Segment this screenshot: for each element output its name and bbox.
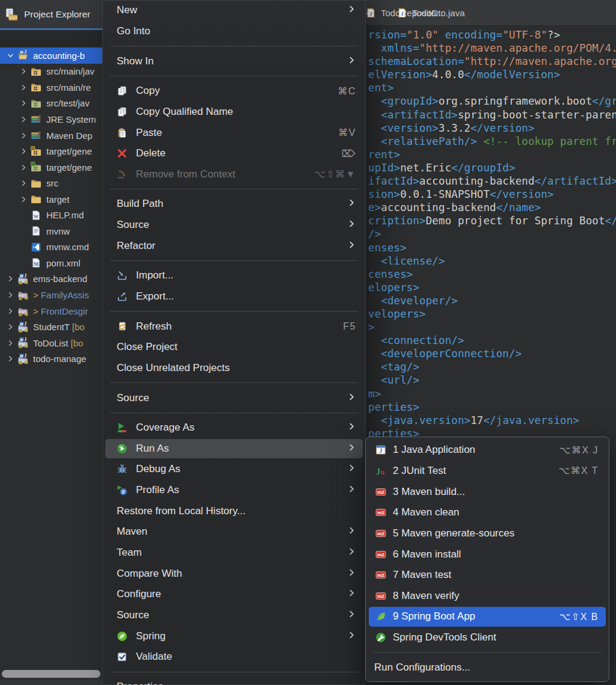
run-as-item-5-maven-generate-sources[interactable]: m25 Maven generate-sources <box>366 523 609 544</box>
context-menu-item-compare-with[interactable]: Compare With <box>102 563 366 584</box>
editor-tab-label: TodoDto.java <box>412 8 465 18</box>
copy-icon <box>114 85 130 96</box>
context-menu-item-paste[interactable]: Paste⌘V <box>102 122 366 143</box>
tree-expander[interactable] <box>17 132 30 140</box>
tree-expander[interactable] <box>17 84 30 91</box>
tree-expander[interactable] <box>4 291 17 299</box>
run-as-item-run-configurations[interactable]: Run Configurations... <box>366 657 609 678</box>
tree-expander[interactable] <box>17 147 30 155</box>
context-menu-item-source[interactable]: Source <box>102 605 366 626</box>
code-line: <relativePath/> <!-- lookup parent from … <box>368 135 616 148</box>
context-menu-item-source[interactable]: Source <box>102 387 366 408</box>
run-as-item-8-maven-verify[interactable]: m28 Maven verify <box>366 585 609 606</box>
context-menu-item-go-into[interactable]: Go Into <box>102 21 366 42</box>
context-menu-item-refactor[interactable]: Refactor <box>102 235 366 256</box>
run-as-submenu: J1 Java Application⌥⌘X JJu2 JUnit Test⌥⌘… <box>365 437 609 682</box>
horizontal-scrollbar-thumb[interactable] <box>2 670 100 678</box>
context-menu-item-maven[interactable]: Maven <box>102 521 366 542</box>
svg-text:M: M <box>20 322 23 325</box>
context-menu-item-run-as[interactable]: Run As <box>102 438 366 459</box>
context-menu-item-copy[interactable]: Copy⌘C <box>102 81 366 102</box>
tree-item-label: src <box>46 178 58 188</box>
context-menu-item-spring[interactable]: Spring <box>102 625 366 647</box>
context-menu-separator <box>110 76 358 76</box>
run-as-item-2-junit-test[interactable]: Ju2 JUnit Test⌥⌘X T <box>366 461 609 482</box>
tree-item-label: ToDoList [bo <box>33 338 83 348</box>
tree-item-label: ems-backend <box>33 274 87 284</box>
context-menu-item-label: Compare With <box>117 568 182 580</box>
context-menu-item-label: Spring <box>136 630 165 642</box>
context-menu-item-build-path[interactable]: Build Path <box>102 194 366 215</box>
context-menu-item-close-project[interactable]: Close Project <box>102 337 366 358</box>
svg-text:M: M <box>20 51 23 54</box>
context-menu-item-configure[interactable]: Configure <box>102 584 366 605</box>
context-menu-item-new[interactable]: New <box>102 0 366 21</box>
paste-icon <box>114 127 130 138</box>
submenu-arrow-icon <box>348 526 356 538</box>
tree-item-label: JRE System <box>46 114 96 124</box>
context-menu-item-refresh[interactable]: RefreshF5 <box>102 316 366 337</box>
code-line: <groupId>org.springframework.boot</group… <box>368 94 616 108</box>
run-as-item-4-maven-clean[interactable]: m24 Maven clean <box>366 502 609 523</box>
context-menu-item-show-in[interactable]: Show In <box>102 51 366 72</box>
submenu-arrow-icon <box>348 219 356 231</box>
tree-expander[interactable] <box>17 67 30 75</box>
code-line: <developer/> <box>368 294 616 307</box>
tree-expander[interactable] <box>17 195 30 203</box>
svg-text:M: M <box>34 261 39 267</box>
context-menu-separator <box>110 46 358 46</box>
tree-expander[interactable] <box>17 179 30 187</box>
context-menu-item-restore-from-local-history[interactable]: Restore from Local History... <box>102 500 366 521</box>
run-as-item-label: Run Configurations... <box>374 662 470 674</box>
tree-expander[interactable] <box>4 323 17 331</box>
tree-expander[interactable] <box>4 52 17 60</box>
context-menu-item-profile-as[interactable]: Profile As <box>102 480 366 501</box>
submenu-arrow-icon <box>348 392 356 404</box>
code-line: <version>3.3.2</version> <box>368 121 616 135</box>
tree-expander[interactable] <box>4 355 17 363</box>
tree-expander[interactable] <box>17 99 30 107</box>
context-menu-item-team[interactable]: Team <box>102 542 366 564</box>
svg-text:u: u <box>381 468 385 476</box>
run-as-item-label: 3 Maven build... <box>393 486 465 498</box>
code-line: sion>0.0.1-SNAPSHOT</version> <box>368 188 616 201</box>
context-menu-item-import[interactable]: Import... <box>102 265 366 286</box>
context-menu-item-export[interactable]: Export... <box>102 286 366 307</box>
export-icon <box>114 291 130 302</box>
submenu-arrow-icon <box>348 4 356 16</box>
context-menu-item-validate[interactable]: Validate <box>102 647 366 668</box>
java-file-icon: J <box>366 8 376 18</box>
code-line: e>accounting-backend</name> <box>368 201 616 214</box>
context-menu-item-delete[interactable]: Delete⌦ <box>102 143 366 164</box>
context-menu-item-copy-qualified-name[interactable]: Copy Qualified Name <box>102 102 366 123</box>
editor-tab-tododto-java[interactable]: JTodoDto.java <box>397 0 465 25</box>
context-menu-item-coverage-as[interactable]: Coverage As <box>102 417 366 438</box>
context-menu-shortcut: ⌥⇧⌘▼ <box>314 168 356 180</box>
target-gen-folder-icon <box>30 146 42 157</box>
tree-expander[interactable] <box>4 307 17 315</box>
debug-icon <box>114 464 130 475</box>
run-as-item-9-spring-boot-app[interactable]: 9 Spring Boot App⌥⇧X B <box>366 606 609 627</box>
run-as-item-1-java-application[interactable]: J1 Java Application⌥⌘X J <box>366 440 609 461</box>
run-as-item-7-maven-test[interactable]: m27 Maven test <box>366 565 609 586</box>
tree-expander[interactable] <box>4 339 17 347</box>
profile-icon <box>114 485 130 496</box>
run-as-item-3-maven-build[interactable]: m23 Maven build... <box>366 481 609 502</box>
tree-item-label: > FrontDesgir <box>33 306 88 316</box>
context-menu-item-label: Copy Qualified Name <box>136 106 233 118</box>
code-line: rsion="1.0" encoding="UTF-8"?> <box>368 28 616 41</box>
tree-expander[interactable] <box>4 275 17 283</box>
tree-expander[interactable] <box>17 164 30 171</box>
run-as-item-spring-devtools-client[interactable]: Spring DevTools Client <box>366 627 609 648</box>
context-menu-item-source[interactable]: Source <box>102 215 366 236</box>
context-menu-item-close-unrelated-projects[interactable]: Close Unrelated Projects <box>102 358 366 379</box>
context-menu-item-label: Configure <box>117 588 161 600</box>
run-as-item-6-maven-install[interactable]: m26 Maven install <box>366 544 609 565</box>
java-package-folder-icon <box>30 66 42 77</box>
submenu-arrow-icon <box>348 484 356 496</box>
context-menu-item-label: Close Unrelated Projects <box>117 362 230 374</box>
context-menu-item-debug-as[interactable]: Debug As <box>102 459 366 480</box>
context-menu-item-properties[interactable]: Properties <box>102 677 366 685</box>
tree-expander[interactable] <box>17 115 30 123</box>
code-line: <developerConnection/> <box>368 347 616 360</box>
